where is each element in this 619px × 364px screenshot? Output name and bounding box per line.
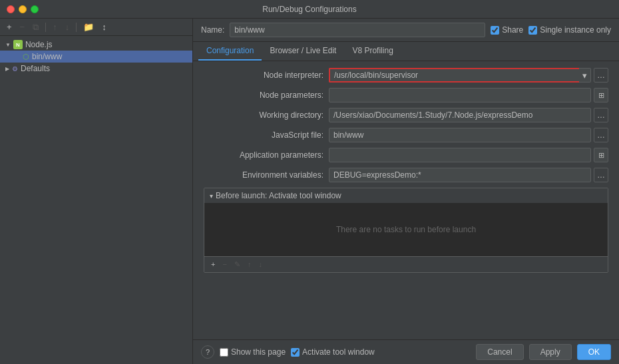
working-directory-browse-btn[interactable]: …: [594, 108, 608, 122]
env-variables-input[interactable]: [329, 168, 591, 182]
maximize-button[interactable]: [31, 5, 39, 13]
before-launch-edit-btn[interactable]: ✎: [232, 260, 243, 270]
copy-config-button[interactable]: ⧉: [30, 21, 41, 33]
node-interpreter-row: Node interpreter: ▾ …: [204, 68, 608, 83]
app-parameters-input-wrap: ⊞: [329, 148, 608, 162]
env-variables-row: Environment variables: …: [204, 168, 608, 182]
window-title: Run/Debug Configurations: [262, 5, 356, 14]
node-parameters-input-wrap: ⊞: [329, 88, 608, 102]
before-launch-up-btn[interactable]: ↑: [245, 260, 254, 270]
single-instance-checkbox[interactable]: [528, 26, 537, 35]
app-parameters-row: Application parameters: ⊞: [204, 148, 608, 162]
single-instance-label: Single instance only: [540, 25, 611, 35]
tree-item-binwww[interactable]: ▶ ⬡ bin/www: [0, 51, 192, 63]
env-variables-input-wrap: …: [329, 168, 608, 182]
help-button[interactable]: ?: [201, 345, 214, 359]
remove-config-button[interactable]: −: [17, 21, 28, 33]
env-variables-label: Environment variables:: [204, 170, 323, 180]
before-launch-remove-btn[interactable]: −: [220, 260, 229, 270]
tab-configuration[interactable]: Configuration: [198, 42, 262, 61]
move-down-button[interactable]: ↓: [63, 21, 73, 33]
defaults-icon: ⚙: [12, 65, 18, 73]
node-interpreter-input-wrap: ▾ …: [329, 68, 608, 83]
node-parameters-label: Node parameters:: [204, 91, 323, 100]
show-page-area: Show this page: [220, 347, 286, 357]
bottom-bar: ? Show this page Activate tool window Ca…: [193, 339, 619, 364]
app-parameters-label: Application parameters:: [204, 150, 323, 160]
node-parameters-input[interactable]: [329, 88, 591, 102]
minimize-button[interactable]: [19, 5, 27, 13]
javascript-file-label: JavaScript file:: [204, 130, 323, 140]
single-instance-area: Single instance only: [528, 25, 611, 35]
app-parameters-extra-btn[interactable]: ⊞: [594, 148, 608, 162]
binwww-icon: ⬡: [23, 53, 29, 61]
tab-v8-profiling[interactable]: V8 Profiling: [344, 42, 401, 61]
node-parameters-extra-btn[interactable]: ⊞: [594, 88, 608, 102]
nodejs-expand-icon: ▼: [5, 42, 11, 48]
before-launch-body: There are no tasks to run before launch: [204, 203, 608, 256]
before-launch-down-btn[interactable]: ↓: [256, 260, 265, 270]
name-input[interactable]: [230, 23, 485, 37]
node-interpreter-label: Node interpreter:: [204, 71, 323, 80]
tabs: Configuration Browser / Live Edit V8 Pro…: [193, 42, 619, 61]
bottom-left: ? Show this page Activate tool window: [201, 345, 469, 359]
defaults-label: Defaults: [21, 64, 50, 73]
working-directory-input[interactable]: [329, 108, 591, 122]
node-parameters-row: Node parameters: ⊞: [204, 88, 608, 102]
sidebar: + − ⧉ ↑ ↓ 📁 ↕ ▼ N Node.js ▶ ⬡ bin/www: [0, 19, 193, 364]
show-page-label: Show this page: [231, 347, 286, 357]
activate-tool-window-checkbox[interactable]: [291, 348, 300, 357]
working-directory-row: Working directory: …: [204, 108, 608, 122]
env-variables-browse-btn[interactable]: …: [594, 168, 608, 182]
name-label: Name:: [201, 25, 224, 35]
toolbar-separator-2: [76, 23, 77, 32]
share-label: Share: [502, 25, 523, 35]
add-config-button[interactable]: +: [4, 21, 15, 33]
sort-button[interactable]: ↕: [99, 21, 109, 33]
move-up-button[interactable]: ↑: [50, 21, 60, 33]
bottom-right: Cancel Apply OK: [476, 344, 611, 360]
before-launch-header[interactable]: ▾ Before launch: Activate tool window: [204, 188, 608, 203]
title-bar: Run/Debug Configurations: [0, 0, 619, 19]
before-launch-empty-text: There are no tasks to run before launch: [336, 225, 476, 234]
defaults-expand-icon: ▶: [5, 66, 9, 72]
app-parameters-input[interactable]: [329, 148, 591, 162]
javascript-file-input-wrap: …: [329, 128, 608, 142]
before-launch-title: Before launch: Activate tool window: [216, 191, 341, 200]
activate-tool-window-area: Activate tool window: [291, 347, 375, 357]
close-button[interactable]: [7, 5, 15, 13]
main-layout: + − ⧉ ↑ ↓ 📁 ↕ ▼ N Node.js ▶ ⬡ bin/www: [0, 19, 619, 364]
working-directory-label: Working directory:: [204, 110, 323, 120]
binwww-label: bin/www: [32, 52, 62, 61]
node-interpreter-dropdown-btn[interactable]: ▾: [579, 68, 591, 83]
before-launch-toolbar: + − ✎ ↑ ↓: [204, 256, 608, 272]
folder-button[interactable]: 📁: [81, 21, 97, 33]
tab-browser-live-edit[interactable]: Browser / Live Edit: [262, 42, 344, 61]
before-launch-add-btn[interactable]: +: [208, 260, 218, 270]
node-interpreter-dropdown: ▾: [329, 68, 591, 83]
ok-button[interactable]: OK: [577, 344, 611, 360]
share-checkbox[interactable]: [491, 26, 499, 35]
apply-button[interactable]: Apply: [529, 344, 572, 360]
nodejs-label: Node.js: [25, 40, 53, 49]
config-content: Node interpreter: ▾ … Node parameters: ⊞: [193, 61, 619, 339]
tree-item-nodejs[interactable]: ▼ N Node.js: [0, 39, 192, 51]
right-panel: Name: Share Single instance only Configu…: [193, 19, 619, 364]
node-interpreter-input[interactable]: [329, 68, 579, 83]
before-launch-section: ▾ Before launch: Activate tool window Th…: [204, 188, 608, 273]
working-directory-input-wrap: …: [329, 108, 608, 122]
toolbar-separator-1: [45, 23, 46, 32]
javascript-file-input[interactable]: [329, 128, 591, 142]
node-interpreter-browse-btn[interactable]: …: [594, 68, 608, 83]
javascript-file-row: JavaScript file: …: [204, 128, 608, 142]
sidebar-toolbar: + − ⧉ ↑ ↓ 📁 ↕: [0, 19, 192, 36]
javascript-file-browse-btn[interactable]: …: [594, 128, 608, 142]
before-launch-expand-icon: ▾: [210, 192, 213, 200]
nodejs-icon: N: [13, 40, 23, 49]
activate-tool-window-label: Activate tool window: [302, 347, 375, 357]
cancel-button[interactable]: Cancel: [476, 344, 523, 360]
name-row: Name: Share Single instance only: [193, 19, 619, 42]
share-checkbox-area: Share: [491, 25, 523, 35]
show-page-checkbox[interactable]: [220, 348, 228, 357]
tree-item-defaults[interactable]: ▶ ⚙ Defaults: [0, 63, 192, 75]
